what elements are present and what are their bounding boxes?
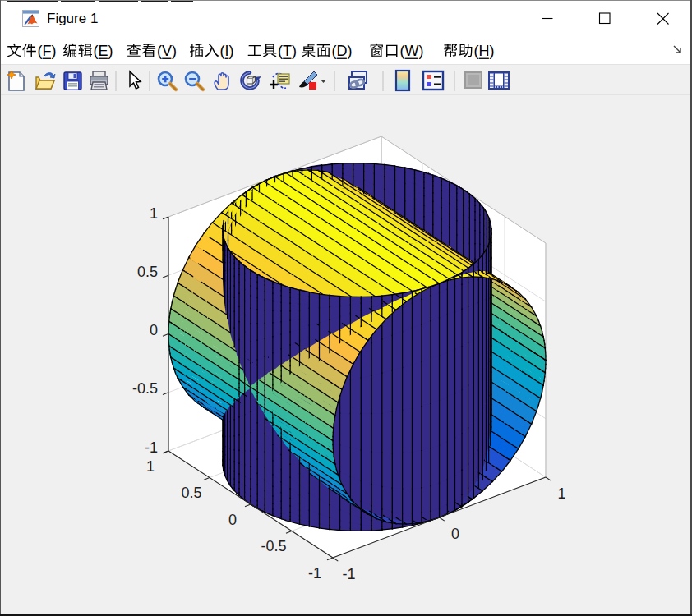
svg-text:0.5: 0.5 [137, 264, 158, 280]
svg-text:-1: -1 [145, 439, 158, 456]
svg-text:-1: -1 [342, 566, 355, 582]
svg-text:-0.5: -0.5 [261, 538, 286, 554]
svg-text:(D): (D) [332, 43, 353, 59]
svg-text:0: 0 [228, 512, 237, 528]
svg-text:(F): (F) [38, 43, 57, 59]
svg-text:0.5: 0.5 [181, 485, 201, 501]
svg-text:Figure 1: Figure 1 [47, 11, 98, 26]
svg-text:1: 1 [150, 205, 158, 222]
svg-text:(V): (V) [157, 43, 177, 59]
svg-text:(T): (T) [278, 43, 297, 59]
svg-text:0: 0 [451, 526, 459, 542]
svg-text:-0.5: -0.5 [132, 380, 158, 397]
svg-text:1: 1 [557, 485, 565, 502]
svg-text:0: 0 [150, 322, 158, 338]
svg-text:1: 1 [146, 458, 155, 475]
svg-text:-1: -1 [308, 565, 321, 582]
svg-text:(W): (W) [400, 43, 424, 59]
svg-text:(H): (H) [474, 43, 495, 59]
svg-text:(E): (E) [94, 43, 113, 59]
svg-text:(I): (I) [220, 43, 234, 59]
